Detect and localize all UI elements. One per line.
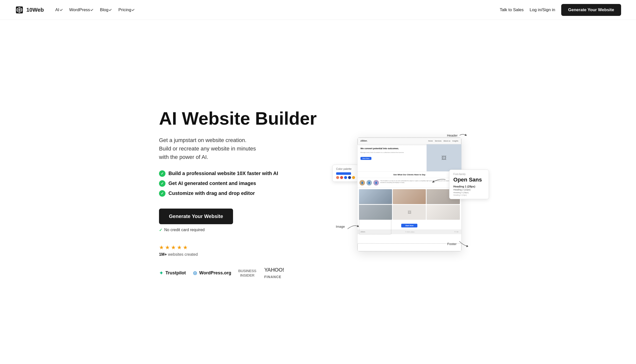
preview-sub: Manage every kind of content on a collec… (360, 152, 424, 154)
image-annotation: Image (336, 223, 359, 230)
logo[interactable]: 10Web (15, 6, 44, 14)
star-rating: ★ ★ ★ ★ ★ (159, 244, 198, 251)
palette-row-1 (336, 172, 355, 175)
preview-hero-section: We convert potential into outcomes. Mana… (357, 144, 461, 172)
footer-annotation: Footer (447, 240, 468, 248)
star-5: ★ (183, 244, 188, 251)
heading1-label: Heading 1 (28px) (453, 185, 485, 188)
hero-left: AI Website Builder Get a jumpstart on we… (159, 109, 318, 280)
star-2: ★ (165, 244, 170, 251)
hero-generate-button[interactable]: Generate Your Website (159, 208, 233, 224)
trustpilot-label: Trustpilot (166, 270, 186, 276)
image-arrow-svg (346, 223, 359, 230)
image-label: Image (336, 225, 345, 228)
font-headings: Heading 1 (28px) Heading 2 (22px) Headin… (453, 185, 485, 196)
trustpilot-icon: ✦ (159, 270, 164, 276)
partner-logos: BUSINESSINSIDER YAHOO!FINANCE (238, 267, 284, 280)
footer-arrow-svg (458, 240, 468, 248)
palette-dots (336, 176, 355, 179)
trust-badges: ✦ Trustpilot ⊛ WordPress.org BUSINESSINS… (159, 267, 284, 280)
wordpress-label: WordPress.org (199, 270, 231, 276)
heading4-label: Heading 4 (14px) (453, 194, 485, 196)
preview-nav-links: Home Services About us Insights (428, 140, 458, 142)
hero-right: Color palette (324, 130, 477, 259)
preview-footer: zibber. © 2022 zibber. f t in (357, 230, 461, 234)
stars-block: ★ ★ ★ ★ ★ 1M+ websites created (159, 244, 198, 257)
font-arrow-svg (432, 177, 447, 187)
blog-chevron-icon (109, 8, 112, 11)
pricing-chevron-icon (132, 8, 134, 11)
hero-subtitle: Get a jumpstart on website creation. Bui… (159, 136, 318, 162)
avatar-2: 👤 (366, 180, 372, 186)
dot-blue (344, 176, 347, 179)
palette-colors (336, 172, 355, 179)
login-button[interactable]: Log in/Sign in (530, 8, 555, 12)
check-icon-1 (159, 170, 166, 177)
avatar-3: 👤 (373, 180, 379, 186)
logo-text: 10Web (26, 7, 44, 13)
trustpilot-badge: ✦ Trustpilot (159, 270, 186, 276)
color-palette-card: Color palette (332, 164, 359, 182)
feature-2: Get AI generated content and images (159, 180, 318, 187)
dot-yellow (352, 176, 355, 179)
nav-ai[interactable]: AI (53, 6, 65, 14)
navbar: 10Web AI WordPress Blog Pricing Talk to … (0, 0, 636, 20)
font-family-label: Font-family (453, 173, 485, 176)
illustration: Color palette (332, 130, 469, 259)
font-card: Font-family Open Sans Heading 1 (28px) H… (449, 170, 489, 199)
hero-cta: Generate Your Website ✓ No credit card r… (159, 208, 318, 232)
nav-links: AI WordPress Blog Pricing (53, 6, 137, 14)
preview-img-2 (393, 189, 426, 204)
wordpress-chevron-icon (91, 8, 93, 11)
wordpress-badge: ⊛ WordPress.org (193, 270, 231, 276)
preview-img-4 (359, 205, 392, 220)
nav-left: 10Web AI WordPress Blog Pricing (15, 6, 137, 14)
dot-dark-blue (348, 176, 351, 179)
social-proof: ★ ★ ★ ★ ★ 1M+ websites created ✦ Trustpi… (159, 244, 318, 280)
star-3: ★ (171, 244, 176, 251)
talk-to-sales-button[interactable]: Talk to Sales (500, 8, 523, 12)
preview-cta: Start Now (360, 157, 371, 160)
heading2-label: Heading 2 (22px) (453, 188, 485, 191)
no-credit-card-notice: ✓ No credit card required (159, 228, 205, 232)
nav-wordpress[interactable]: WordPress (67, 6, 96, 14)
avatar-1: 👤 (359, 180, 365, 186)
footer-label: Footer (447, 242, 457, 246)
preview-img-6 (427, 205, 460, 220)
dot-red (340, 176, 343, 179)
heading3-label: Heading 3 (18px) (453, 192, 485, 194)
header-label: Header (447, 134, 458, 137)
palette-swatch-blue (336, 172, 351, 175)
nav-pricing[interactable]: Pricing (116, 6, 137, 14)
check-icon-3 (159, 190, 166, 197)
dot-orange (336, 176, 339, 179)
check-icon-2 (159, 180, 166, 187)
no-cc-check-icon: ✓ (159, 228, 162, 232)
feature-3: Customize with drag and drop editor (159, 190, 318, 197)
nav-blog[interactable]: Blog (97, 6, 114, 14)
preview-footer-icons: f t in (454, 231, 458, 233)
hero-title: AI Website Builder (159, 109, 318, 128)
preview-footer-brand: zibber. (360, 231, 366, 233)
yahoo-finance-logo: YAHOO!FINANCE (264, 267, 284, 280)
preview-quote: The AI builder is so easy to use and com… (380, 180, 459, 186)
preview-footer-copy: © 2022 zibber. (405, 231, 415, 233)
website-preview: zibber. Home Services About us Insights … (357, 137, 462, 252)
preview-cta-btn: Start Now (401, 224, 417, 228)
preview-nav: zibber. Home Services About us Insights (357, 138, 461, 144)
font-name: Open Sans (453, 176, 485, 183)
preview-hero-text: We convert potential into outcomes. Mana… (357, 144, 427, 171)
preview-brand: zibber. (360, 140, 368, 142)
wordpress-icon: ⊛ (193, 270, 197, 276)
preview-cta-section: Start Now (357, 221, 461, 229)
hero-features: Build a professional website 10X faster … (159, 170, 318, 197)
feature-1: Build a professional website 10X faster … (159, 170, 318, 177)
header-annotation: Header (447, 133, 467, 138)
star-1: ★ (159, 244, 164, 251)
hero-section: AI Website Builder Get a jumpstart on we… (144, 20, 492, 364)
preview-image-grid (357, 188, 461, 221)
nav-generate-button[interactable]: Generate Your Website (561, 4, 621, 16)
palette-label: Color palette (336, 167, 355, 170)
websites-created: 1M+ websites created (159, 252, 198, 257)
nav-right: Talk to Sales Log in/Sign in Generate Yo… (500, 4, 621, 16)
